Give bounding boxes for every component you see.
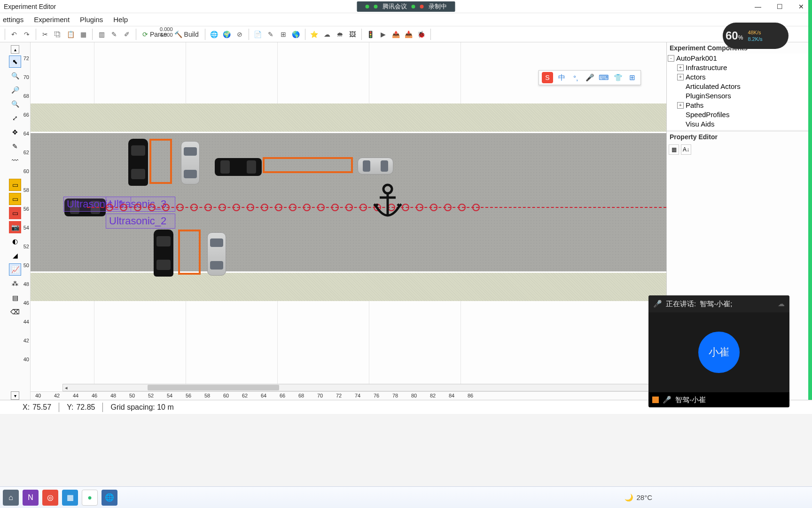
component-tree[interactable]: -AutoPark001 +Infrastructure +Actors Art…	[667, 54, 812, 129]
tree-expand-icon[interactable]: +	[677, 64, 684, 71]
weather-widget[interactable]: 🌙 28°C	[625, 493, 812, 502]
parked-car[interactable]	[154, 230, 173, 277]
taskbar-app[interactable]: ◎	[42, 490, 58, 506]
record-dot-icon	[420, 5, 424, 8]
parked-car[interactable]	[181, 141, 200, 184]
recording-label: 录制中	[429, 2, 447, 11]
cut-button[interactable]: ✂	[39, 29, 51, 40]
rain-button[interactable]: 🌧	[334, 29, 345, 40]
prop-categorized-button[interactable]: ▦	[669, 144, 679, 155]
taskbar-app[interactable]: 🌐	[102, 490, 117, 506]
ruler-origin-label: 0.000 4.900	[160, 26, 173, 38]
map-button[interactable]: 🌎	[290, 29, 302, 40]
horizontal-scrollbar[interactable]: ◂ ▸	[62, 384, 661, 391]
new-item-button[interactable]: 📄	[252, 29, 264, 40]
meeting-recording-pill[interactable]: 腾讯会议 录制中	[357, 1, 455, 12]
redo-button[interactable]: ↷	[21, 29, 32, 40]
maximize-button[interactable]: ☐	[769, 0, 790, 13]
pencil-button[interactable]: ✐	[121, 29, 133, 40]
prop-sort-button[interactable]: A↓	[681, 144, 691, 155]
delete-button[interactable]: ▦	[78, 29, 89, 40]
taskbar-app-onenote[interactable]: N	[23, 490, 39, 506]
play-button[interactable]: ▶	[378, 29, 389, 40]
anchor-icon[interactable]	[371, 183, 404, 223]
tree-expand-icon[interactable]: +	[677, 74, 684, 80]
sensor-ultrasonic-2[interactable]: Ultrasonic_2	[106, 214, 175, 229]
ime-logo-icon[interactable]: S	[542, 72, 553, 83]
menu-help[interactable]: Help	[113, 16, 128, 24]
accent-strip	[808, 0, 812, 400]
edit-button[interactable]: ✎	[109, 29, 120, 40]
taskbar-app[interactable]: ▦	[62, 490, 78, 506]
tree-expand-icon[interactable]: -	[668, 55, 674, 62]
tree-expand-icon[interactable]: +	[677, 102, 684, 109]
globe-refresh-button[interactable]: 🌍	[221, 29, 233, 40]
grid-button[interactable]: ▥	[96, 29, 107, 40]
minimize-button[interactable]: ―	[747, 0, 769, 13]
ime-grid-icon[interactable]: ⊞	[626, 72, 638, 83]
scrollbar-thumb[interactable]	[148, 385, 279, 390]
download-speed: 8.2K/s	[748, 36, 762, 42]
window-title: Experiment Editor	[0, 3, 56, 10]
tool-palette: ▴ ⬉ 🔍 🔎 🔍 ⤢ ✥ ✎ 〰 ▭ ▭ ▭ 📷 ◐ ◢ 📈 ⁂ ▤ ⌫ ▾ …	[0, 42, 31, 400]
parked-car[interactable]	[358, 158, 393, 175]
title-bar: Experiment Editor 腾讯会议 录制中 ― ☐ ✕	[0, 0, 812, 13]
taskbar[interactable]: ⌂ N ◎ ▦ ● 🌐 🌙 28°C	[0, 486, 812, 508]
lane-line	[31, 132, 666, 133]
svg-point-0	[383, 185, 392, 193]
weather-button[interactable]: ☁	[321, 29, 333, 40]
parked-car[interactable]	[207, 232, 226, 276]
parking-slot[interactable]	[178, 230, 201, 275]
meeting-overlay[interactable]: 🎤 正在讲话: 智驾-小崔; ☁ 小崔 🎤 智驾-小崔	[648, 295, 789, 407]
import-button[interactable]: 📥	[403, 29, 414, 40]
parking-slot[interactable]	[263, 157, 353, 173]
x-ruler: 40 42 44 46 48 50 52 54 56 58 60 62 64 6…	[31, 391, 666, 400]
favorite-button[interactable]: ⭐	[309, 29, 320, 40]
undo-button[interactable]: ↶	[8, 29, 20, 40]
y-ruler: 72 70 68 66 64 62 60 58 56 54 52 50 48 4…	[17, 42, 30, 400]
build-button[interactable]: 🔨Build	[172, 29, 202, 40]
mic-icon[interactable]: 🎤	[653, 300, 662, 308]
toolbar: ↶ ↷ ✂ ⿻ 📋 ▦ ▥ ✎ ✐ ⟳Parse 🔨Build 🌐 🌍 ⊘ 📄 …	[0, 26, 812, 42]
status-dot-green	[412, 5, 415, 8]
ime-skin-icon[interactable]: 👕	[612, 72, 624, 83]
menu-plugins[interactable]: Plugins	[80, 16, 103, 24]
globe-stop-button[interactable]: ⊘	[234, 29, 245, 40]
image-button[interactable]: 🖼	[347, 29, 358, 40]
network-widget[interactable]: 60% 48K/s 8.2K/s	[723, 23, 789, 49]
taskbar-app[interactable]: ●	[82, 490, 98, 506]
edit-item-button[interactable]: ✎	[265, 29, 276, 40]
moon-icon: 🌙	[625, 493, 633, 502]
property-editor-header: Property Editor	[667, 131, 812, 143]
parking-slot[interactable]	[149, 139, 172, 184]
speaker-name: 智驾-小崔;	[700, 300, 732, 309]
menu-settings[interactable]: ettings	[3, 16, 23, 24]
status-dot-green	[374, 5, 378, 8]
cloud-icon: ☁	[778, 300, 785, 308]
speaking-label: 正在讲话:	[666, 300, 696, 309]
status-dot-green	[366, 5, 369, 8]
canvas[interactable]: Ultrasonic_1 Ultrasonic_3 Ultrasonic_2	[31, 42, 666, 400]
copy-button[interactable]: ⿻	[52, 29, 63, 40]
export-button[interactable]: 📤	[390, 29, 402, 40]
bug-button[interactable]: 🐞	[416, 29, 427, 40]
ime-toolbar[interactable]: S 中 °, 🎤 ⌨ 👕 ⊞	[539, 70, 641, 85]
taskbar-app[interactable]: ⌂	[3, 490, 19, 506]
ime-mode-label[interactable]: 中	[556, 72, 567, 83]
grass-strip	[31, 103, 666, 132]
meeting-name: 腾讯会议	[383, 2, 407, 11]
parked-car[interactable]	[128, 139, 148, 186]
ime-punct-icon[interactable]: °,	[570, 72, 581, 83]
traffic-light-button[interactable]: 🚦	[365, 29, 376, 40]
mic-icon: 🎤	[663, 396, 671, 404]
globe-button[interactable]: 🌐	[209, 29, 220, 40]
paste-button[interactable]: 📋	[65, 29, 76, 40]
parked-car[interactable]	[215, 158, 262, 176]
table-button[interactable]: ⊞	[278, 29, 289, 40]
ime-mic-icon[interactable]: 🎤	[584, 72, 595, 83]
ime-keyboard-icon[interactable]: ⌨	[598, 72, 609, 83]
grid-spacing-label: Grid spacing: 10 m	[110, 403, 173, 412]
scroll-left-arrow[interactable]: ◂	[63, 384, 70, 391]
menu-experiment[interactable]: Experiment	[34, 16, 70, 24]
temperature-value: 28°C	[636, 493, 652, 501]
